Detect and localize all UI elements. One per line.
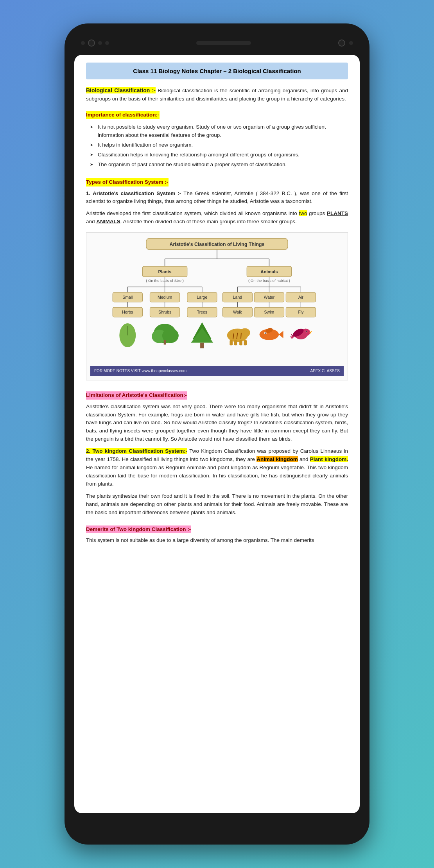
svg-marker-39 [191,328,213,343]
limitations-text: Aristotle's classification system was no… [86,403,348,444]
phone-screen[interactable]: Class 11 Biology Notes Chapter – 2 Biolo… [74,55,360,813]
two-kingdom-para: 2. Two kingdom Classification System:- T… [86,447,348,488]
bio-classification-para: Biological Classification :- Biological … [86,86,348,103]
svg-rect-67 [234,340,237,345]
svg-text:Shrubs: Shrubs [158,310,171,314]
two-highlight: two [299,210,307,216]
importance-heading-label: Importance of classification:- [86,111,160,119]
svg-text:Land: Land [233,295,242,299]
importance-item-1: It is not possible to study every organi… [90,122,348,140]
svg-rect-66 [230,340,233,345]
diagram-footer: FOR MORE NOTES VISIT www.theapexclasses.… [90,366,344,376]
camera-dot [88,39,95,47]
svg-text:Air: Air [298,295,303,299]
svg-point-73 [265,333,266,334]
svg-text:Animals: Animals [260,270,278,274]
aristotle-heading-label: 1. Aristotle's classification System :- [86,190,181,196]
diagram-footer-left: FOR MORE NOTES VISIT www.theapexclasses.… [94,368,187,374]
demerits-heading-wrapper: Demerits of Two kingdom Classification :… [86,521,348,537]
svg-text:Trees: Trees [197,310,207,314]
camera-area [81,39,109,47]
types-heading-wrapper: Types of Classification System :- [86,174,348,190]
demerits-heading-label: Demerits of Two kingdom Classification :… [86,525,191,534]
svg-text:Water: Water [264,295,275,299]
importance-item-4: The organism of past cannot be studied w… [90,160,348,170]
demerits-text: This system is not suitable as due to a … [86,536,348,545]
aristotle-para: Aristotle developed the first classifica… [86,210,348,226]
phone-top-bar [69,31,365,55]
plants-label: PLANTS [327,210,348,216]
sensor-dot3 [105,41,109,45]
svg-text:Walk: Walk [233,310,242,314]
content-area: Class 11 Biology Notes Chapter – 2 Biolo… [74,55,360,556]
phone-right-icons [338,39,353,47]
svg-rect-37 [164,340,166,344]
classification-diagram-container: Aristotle's Classification of Living Thi… [86,232,348,380]
speaker-bar [196,41,251,45]
svg-text:Herbs: Herbs [122,310,133,314]
svg-marker-71 [279,331,283,338]
svg-point-82 [306,331,307,332]
svg-rect-40 [200,343,204,348]
animals-label: ANIMALS [96,219,120,224]
aristotle-intro-para: 1. Aristotle's classification System :- … [86,190,348,206]
limitations-heading-label: Limitations of Aristotle's Classificatio… [86,391,187,400]
svg-text:Swim: Swim [264,310,274,314]
importance-item-3: Classification helps in knowing the rela… [90,150,348,160]
svg-text:Medium: Medium [158,295,172,299]
front-camera [338,39,345,47]
sensor-dot [81,41,85,45]
two-kingdom-text2: He named for animal kingdom as Regnum An… [86,464,348,487]
diagram-footer-right: APEX CLASSES [310,368,340,374]
bio-classification-label: Biological Classification :- [86,87,156,93]
importance-item-2: It helps in identification of new organi… [90,140,348,150]
phone-frame: Class 11 Biology Notes Chapter – 2 Biolo… [65,23,369,845]
svg-text:Plants: Plants [158,270,171,274]
types-heading-label: Types of Classification System :- [86,178,169,187]
limitations-heading-wrapper: Limitations of Aristotle's Classificatio… [86,387,348,403]
two-kingdom-and: and [299,456,310,462]
svg-rect-68 [239,340,242,345]
svg-text:Small: Small [122,295,133,299]
svg-line-65 [241,333,241,339]
flash-dot [349,41,353,45]
svg-text:Aristotle's Classification of : Aristotle's Classification of Living Thi… [170,242,265,247]
importance-list: It is not possible to study every organi… [86,122,348,170]
svg-text:Fly: Fly [298,310,304,314]
animal-kingdom-highlight: Animal kingdom [256,456,298,462]
two-kingdom-para2: The plants synthesize their own food and… [86,492,348,517]
plant-kingdom-highlight: Plant kingdom. [310,456,348,462]
sensor-dot2 [98,41,102,45]
page-title: Class 11 Biology Notes Chapter – 2 Biolo… [86,63,348,79]
svg-text:Large: Large [197,295,207,299]
two-kingdom-label: 2. Two kingdom Classification System:- [86,448,187,454]
svg-rect-69 [244,340,247,345]
classification-diagram-svg: Aristotle's Classification of Living Thi… [90,237,344,363]
importance-heading: Importance of classification:- [86,107,348,122]
svg-marker-80 [290,337,294,339]
